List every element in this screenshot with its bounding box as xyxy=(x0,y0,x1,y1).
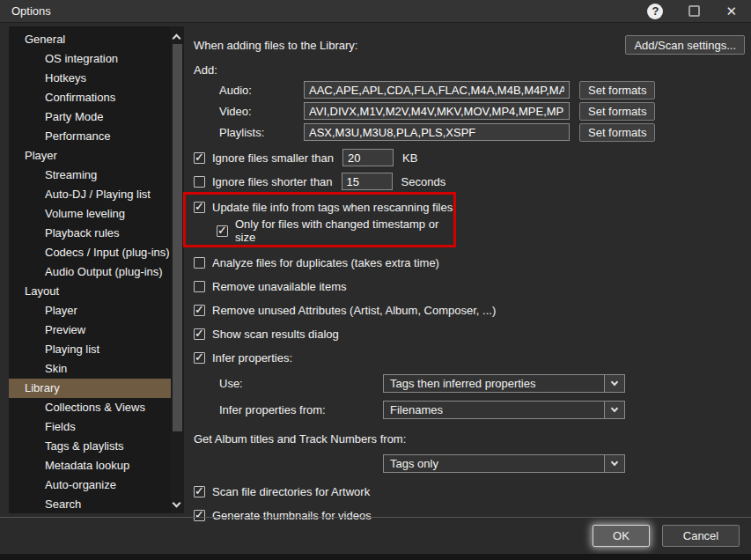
analyze-duplicates-row: Analyze files for duplicates (takes extr… xyxy=(194,254,744,271)
sidebar-item-playback-rules[interactable]: Playback rules xyxy=(9,224,171,243)
remove-unused-checkbox[interactable] xyxy=(194,305,205,316)
update-tags-row: Update file info from tags when rescanni… xyxy=(194,198,453,216)
use-select-value: Tags then inferred properties xyxy=(384,377,604,390)
remove-unused-row: Remove unused Attributes (Artist, Album,… xyxy=(194,301,744,319)
infer-from-select[interactable]: Filenames xyxy=(383,401,625,419)
playlists-formats-row: Playlists: Set formats xyxy=(194,122,744,143)
infer-from-row: Infer properties from: Filenames xyxy=(194,400,744,419)
scan-artwork-row: Scan file directories for Artwork xyxy=(194,483,744,500)
remove-unavailable-row: Remove unavailable items xyxy=(194,277,744,295)
ok-button[interactable]: OK xyxy=(593,525,650,547)
show-scan-results-checkbox[interactable] xyxy=(194,328,205,340)
scroll-down-icon[interactable] xyxy=(173,496,180,509)
help-icon[interactable]: ? xyxy=(647,4,663,19)
sidebar-item-library[interactable]: Library xyxy=(9,379,171,398)
audio-formats-input[interactable] xyxy=(304,81,570,99)
sidebar-item-party-mode[interactable]: Party Mode xyxy=(9,107,171,127)
panel-header-label: When adding files to the Library: xyxy=(194,39,357,52)
settings-tree: General OS integration Hotkeys Confirmat… xyxy=(9,30,171,514)
sidebar-item-auto-dj[interactable]: Auto-DJ / Playing list xyxy=(9,185,171,204)
scan-artwork-checkbox[interactable] xyxy=(194,486,205,497)
show-scan-results-label: Show scan results dialog xyxy=(212,328,339,341)
sidebar-item-performance[interactable]: Performance xyxy=(9,127,171,146)
ignore-shorter-label: Ignore files shorter than xyxy=(212,175,333,188)
sidebar-item-confirmations[interactable]: Confirmations xyxy=(9,88,171,107)
playlists-formats-input[interactable] xyxy=(304,123,570,141)
sidebar-item-general[interactable]: General xyxy=(9,30,171,49)
sidebar-item-os-integration[interactable]: OS integration xyxy=(9,49,171,69)
audio-set-formats-button[interactable]: Set formats xyxy=(579,81,655,99)
ignore-shorter-checkbox[interactable] xyxy=(194,176,205,188)
update-tags-label: Update file info from tags when rescanni… xyxy=(212,201,453,214)
sidebar-item-hotkeys[interactable]: Hotkeys xyxy=(9,69,171,88)
sidebar-item-collections-views[interactable]: Collections & Views xyxy=(9,398,171,417)
sidebar-item-fields[interactable]: Fields xyxy=(9,417,171,437)
sidebar-item-tags-playlists[interactable]: Tags & playlists xyxy=(9,437,171,456)
sidebar-item-audio-output[interactable]: Audio Output (plug-ins) xyxy=(9,262,171,282)
infer-properties-row: Infer properties: xyxy=(194,349,744,366)
show-scan-results-row: Show scan results dialog xyxy=(194,325,744,343)
red-highlight-box: Update file info from tags when rescanni… xyxy=(183,192,456,247)
sidebar-item-streaming[interactable]: Streaming xyxy=(9,166,171,185)
ignore-smaller-checkbox[interactable] xyxy=(194,152,205,164)
use-label: Use: xyxy=(219,377,383,390)
scrollbar-thumb[interactable] xyxy=(173,44,182,431)
close-icon[interactable]: ✕ xyxy=(725,4,737,18)
ignore-smaller-unit: KB xyxy=(402,151,417,165)
scroll-up-icon[interactable] xyxy=(173,31,180,44)
update-tags-checkbox[interactable] xyxy=(194,202,205,213)
maximize-icon[interactable] xyxy=(688,5,700,17)
video-formats-input[interactable] xyxy=(304,102,570,120)
ignore-smaller-label: Ignore files smaller than xyxy=(212,151,334,165)
sidebar-item-layout-player[interactable]: Player xyxy=(9,301,171,321)
infer-properties-checkbox[interactable] xyxy=(194,352,205,364)
video-label: Video: xyxy=(219,105,304,118)
sidebar-item-layout[interactable]: Layout xyxy=(9,282,171,301)
sidebar-item-search[interactable]: Search xyxy=(9,495,171,514)
sidebar-item-preview[interactable]: Preview xyxy=(9,321,171,340)
infer-from-label: Infer properties from: xyxy=(219,403,383,416)
use-row: Use: Tags then inferred properties xyxy=(194,373,744,393)
add-label: Add: xyxy=(194,63,217,77)
chevron-down-icon xyxy=(604,375,624,392)
playlists-set-formats-button[interactable]: Set formats xyxy=(579,123,655,142)
sidebar-item-skin[interactable]: Skin xyxy=(9,359,171,379)
use-select[interactable]: Tags then inferred properties xyxy=(383,374,625,393)
changed-only-label: Only for files with changed timestamp or… xyxy=(235,217,453,244)
sidebar-scrollbar[interactable] xyxy=(171,26,184,513)
sidebar-item-codecs-input[interactable]: Codecs / Input (plug-ins) xyxy=(9,243,171,262)
add-scan-settings-button[interactable]: Add/Scan settings... xyxy=(625,35,745,55)
infer-properties-label: Infer properties: xyxy=(212,351,292,365)
album-source-row: Tags only xyxy=(194,453,744,473)
chevron-down-icon xyxy=(604,455,624,472)
window-bottom-edge xyxy=(0,554,751,560)
playlists-label: Playlists: xyxy=(219,126,304,139)
cancel-button[interactable]: Cancel xyxy=(662,525,740,547)
options-dialog: Options ? ✕ General OS integration Hotke… xyxy=(0,0,751,560)
analyze-duplicates-checkbox[interactable] xyxy=(194,257,205,269)
sidebar-item-metadata-lookup[interactable]: Metadata lookup xyxy=(9,456,171,475)
audio-formats-row: Audio: Set formats xyxy=(194,79,744,100)
audio-label: Audio: xyxy=(219,84,304,97)
ignore-shorter-input[interactable] xyxy=(342,173,393,190)
remove-unused-label: Remove unused Attributes (Artist, Album,… xyxy=(212,304,496,317)
sidebar-item-auto-organize[interactable]: Auto-organize xyxy=(9,475,171,495)
album-source-label: Get Album titles and Track Numbers from: xyxy=(194,432,406,446)
sidebar: General OS integration Hotkeys Confirmat… xyxy=(9,26,184,513)
ignore-smaller-input[interactable] xyxy=(342,149,394,166)
library-settings-panel: When adding files to the Library: Add/Sc… xyxy=(185,26,751,517)
changed-only-checkbox[interactable] xyxy=(217,225,228,237)
sidebar-item-player[interactable]: Player xyxy=(9,146,171,166)
remove-unavailable-label: Remove unavailable items xyxy=(212,280,346,293)
window-title: Options xyxy=(11,4,51,18)
ignore-smaller-row: Ignore files smaller than KB xyxy=(194,149,744,166)
remove-unavailable-checkbox[interactable] xyxy=(194,281,205,292)
chevron-down-icon xyxy=(604,402,624,418)
sidebar-item-volume-leveling[interactable]: Volume leveling xyxy=(9,204,171,224)
ignore-shorter-row: Ignore files shorter than Seconds xyxy=(194,173,744,190)
sidebar-item-playing-list[interactable]: Playing list xyxy=(9,340,171,359)
video-set-formats-button[interactable]: Set formats xyxy=(579,102,655,121)
album-source-select[interactable]: Tags only xyxy=(383,454,625,473)
album-source-select-value: Tags only xyxy=(384,457,604,470)
titlebar-buttons: ? ✕ xyxy=(647,4,751,19)
